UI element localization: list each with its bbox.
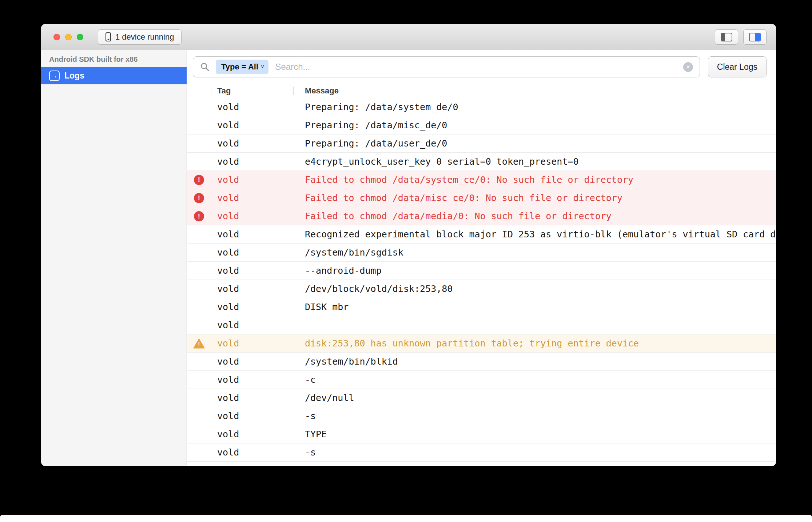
search-input[interactable] xyxy=(274,61,677,72)
sidebar: Android SDK built for x86 → Logs xyxy=(41,50,187,466)
log-row[interactable]: !voldFailed to chmod /data/misc_ce/0: No… xyxy=(187,189,776,207)
titlebar: 1 device running xyxy=(41,24,776,50)
log-tag: vold xyxy=(211,356,293,367)
log-row[interactable]: vold-c xyxy=(187,371,776,389)
log-row[interactable]: !volddisk:253,80 has unknown partition t… xyxy=(187,334,776,353)
log-message: Failed to chmod /data/media/0: No such f… xyxy=(293,211,776,221)
log-tag: vold xyxy=(211,302,293,312)
main-panel: Type = All ˅ ✕ Clear Logs Tag Message vo… xyxy=(187,50,776,466)
bottom-strip xyxy=(0,515,812,522)
log-message: /system/bin/blkid xyxy=(293,356,776,367)
log-row[interactable]: vold-s xyxy=(187,407,776,425)
phone-icon xyxy=(106,32,111,41)
log-tag: vold xyxy=(211,374,293,385)
error-icon: ! xyxy=(194,211,204,221)
error-icon: ! xyxy=(194,193,204,203)
search-toolbar: Type = All ˅ ✕ Clear Logs xyxy=(187,50,776,84)
sidebar-item-logs[interactable]: → Logs xyxy=(41,67,187,84)
log-message: --android-dump xyxy=(293,265,776,276)
log-message: Recognized experimental block major ID 2… xyxy=(293,229,776,240)
close-button[interactable] xyxy=(53,34,60,40)
warning-icon: ! xyxy=(193,338,205,349)
log-message: -s xyxy=(293,447,776,458)
panel-toggle-group xyxy=(715,29,767,45)
toggle-right-panel-button[interactable] xyxy=(743,29,767,45)
left-panel-icon xyxy=(721,33,732,41)
log-tag: vold xyxy=(211,411,293,421)
log-message: Preparing: /data/misc_de/0 xyxy=(293,120,776,130)
log-row[interactable]: vold--android-dump xyxy=(187,262,776,280)
log-row[interactable]: voldRecognized experimental block major … xyxy=(187,225,776,244)
window-body: Android SDK built for x86 → Logs xyxy=(41,50,776,466)
log-message: -s xyxy=(293,411,776,421)
log-tag: vold xyxy=(211,393,293,403)
device-name-label: Android SDK built for x86 xyxy=(41,50,187,67)
log-tag: vold xyxy=(211,156,293,167)
log-message: TYPE xyxy=(293,429,776,439)
column-header-message[interactable]: Message xyxy=(293,84,776,98)
log-row[interactable]: vold/dev/block/vold/disk:253,80 xyxy=(187,280,776,298)
log-row[interactable]: vold-s xyxy=(187,443,776,462)
log-tag: vold xyxy=(211,120,293,130)
log-row[interactable]: vold/system/bin/sgdisk xyxy=(187,244,776,262)
log-tag: vold xyxy=(211,338,293,349)
log-message: Preparing: /data/user_de/0 xyxy=(293,138,776,149)
filter-token-label: Type = All xyxy=(221,62,258,72)
log-tag: vold xyxy=(211,447,293,458)
log-message: Failed to chmod /data/system_ce/0: No su… xyxy=(293,174,776,185)
log-message: /dev/block/vold/disk:253,80 xyxy=(293,284,776,294)
right-panel-icon xyxy=(749,33,761,41)
logs-arrow-icon: → xyxy=(49,71,60,81)
log-message: e4crypt_unlock_user_key 0 serial=0 token… xyxy=(293,156,776,167)
log-row[interactable]: voldPreparing: /data/user_de/0 xyxy=(187,134,776,153)
row-status-cell: ! xyxy=(187,338,211,349)
sidebar-item-label: Logs xyxy=(64,71,84,81)
device-running-button[interactable]: 1 device running xyxy=(98,29,182,45)
log-row[interactable]: voldPreparing: /data/system_de/0 xyxy=(187,98,776,116)
log-row[interactable]: vold xyxy=(187,316,776,334)
log-tag: vold xyxy=(211,320,293,330)
log-tag: vold xyxy=(211,265,293,276)
traffic-lights xyxy=(53,34,83,40)
log-tag: vold xyxy=(211,429,293,439)
row-status-cell: ! xyxy=(187,193,211,203)
clear-logs-button[interactable]: Clear Logs xyxy=(708,56,767,77)
device-running-label: 1 device running xyxy=(115,32,174,42)
log-row[interactable]: vold/dev/null xyxy=(187,389,776,407)
log-message: disk:253,80 has unknown partition table;… xyxy=(293,338,776,349)
log-tag: vold xyxy=(211,138,293,149)
log-message: Preparing: /data/system_de/0 xyxy=(293,102,776,112)
minimize-button[interactable] xyxy=(65,34,72,40)
log-row[interactable]: vold/system/bin/blkid xyxy=(187,353,776,371)
log-row[interactable]: voldPreparing: /data/misc_de/0 xyxy=(187,116,776,134)
log-message: DISK mbr xyxy=(293,302,776,312)
log-tag: vold xyxy=(211,247,293,258)
log-tag: vold xyxy=(211,229,293,240)
log-row[interactable]: !voldFailed to chmod /data/media/0: No s… xyxy=(187,207,776,225)
log-table-body: voldPreparing: /data/system_de/0voldPrep… xyxy=(187,98,776,466)
error-icon: ! xyxy=(194,175,204,185)
log-message: /system/bin/sgdisk xyxy=(293,247,776,258)
log-message: -c xyxy=(293,374,776,385)
zoom-button[interactable] xyxy=(77,34,83,40)
log-row[interactable]: voldDISK mbr xyxy=(187,298,776,316)
row-status-cell: ! xyxy=(187,175,211,185)
log-tag: vold xyxy=(211,211,293,221)
search-field[interactable]: Type = All ˅ ✕ xyxy=(193,56,700,77)
chevron-down-icon: ˅ xyxy=(261,64,264,70)
log-row[interactable]: !voldFailed to chmod /data/system_ce/0: … xyxy=(187,171,776,189)
log-tag: vold xyxy=(211,193,293,203)
clear-search-icon[interactable]: ✕ xyxy=(683,62,693,72)
filter-token[interactable]: Type = All ˅ xyxy=(216,60,268,74)
row-status-cell: ! xyxy=(187,211,211,221)
log-row[interactable]: voldTYPE xyxy=(187,425,776,443)
log-tag: vold xyxy=(211,102,293,112)
log-message: Failed to chmod /data/misc_ce/0: No such… xyxy=(293,193,776,203)
log-row[interactable]: volde4crypt_unlock_user_key 0 serial=0 t… xyxy=(187,153,776,171)
toggle-left-panel-button[interactable] xyxy=(715,29,738,45)
log-viewer-window: 1 device running Android SDK built for x… xyxy=(41,24,776,466)
desktop-background: 1 device running Android SDK built for x… xyxy=(0,0,812,522)
log-message: /dev/null xyxy=(293,393,776,403)
log-tag: vold xyxy=(211,174,293,185)
column-header-tag[interactable]: Tag xyxy=(211,84,293,98)
